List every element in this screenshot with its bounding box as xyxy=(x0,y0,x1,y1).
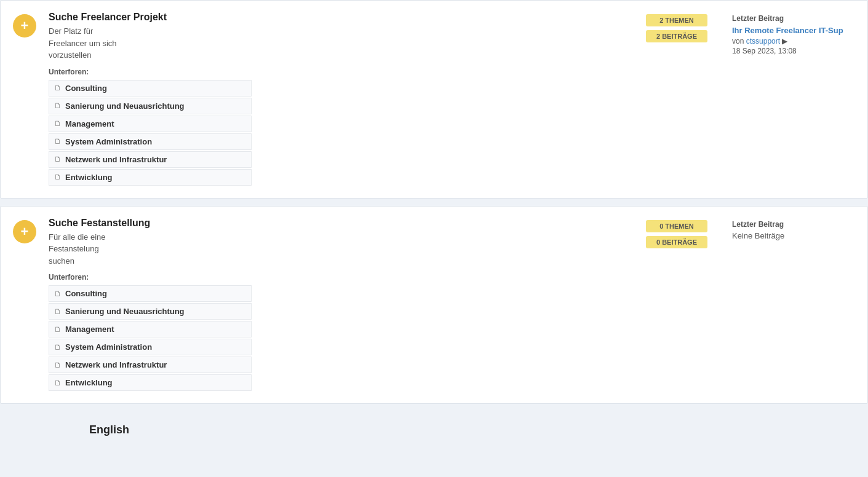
stats-area-freelancer: 2 THEMEN 2 BEITRÄGE xyxy=(646,12,707,42)
subforum-link-sysadmin-1[interactable]: System Administration xyxy=(65,137,152,146)
last-post-date-freelancer: 18 Sep 2023, 13:08 xyxy=(732,47,855,55)
page-icon: 🗋 xyxy=(54,307,62,316)
subforum-link-sysadmin-2[interactable]: System Administration xyxy=(65,342,152,352)
subforum-item[interactable]: 🗋 Sanierung und Neuausrichtung xyxy=(49,303,252,320)
forum-row-festanstellung: + Suche Festanstellung Für alle die eine… xyxy=(1,207,867,404)
subforum-link-sanierung-1[interactable]: Sanierung und Neuausrichtung xyxy=(65,101,185,111)
last-post-author-link-freelancer[interactable]: ctssupport xyxy=(746,37,780,45)
subforum-link-management-1[interactable]: Management xyxy=(65,119,114,128)
subforum-link-consulting-1[interactable]: Consulting xyxy=(65,84,107,93)
subforum-link-netzwerk-2[interactable]: Netzwerk und Infrastruktur xyxy=(65,360,167,369)
subforum-list-freelancer: 🗋 Consulting 🗋 Sanierung und Neuausricht… xyxy=(49,80,252,187)
subforum-label-freelancer: Unterforen: xyxy=(49,68,621,76)
forum-row: + Suche Freelancer Projekt Der Platz für… xyxy=(1,1,867,198)
forum-section-freelancer: + Suche Freelancer Projekt Der Platz für… xyxy=(0,0,868,199)
forum-description-freelancer: Der Platz für Freelancer um sich vorzust… xyxy=(49,25,621,61)
page-icon: 🗋 xyxy=(54,325,62,334)
english-heading: English xyxy=(0,411,868,443)
subforum-item[interactable]: 🗋 Sanierung und Neuausrichtung xyxy=(49,98,252,114)
subforum-item[interactable]: 🗋 Entwicklung xyxy=(49,169,252,186)
page-icon: 🗋 xyxy=(54,155,62,164)
plus-icon: + xyxy=(21,225,29,238)
subforum-label-festanstellung: Unterforen: xyxy=(49,273,621,282)
subforum-link-entwicklung-2[interactable]: Entwicklung xyxy=(65,378,113,387)
by-label: von xyxy=(732,37,744,45)
no-posts-festanstellung: Keine Beiträge xyxy=(732,231,855,240)
forum-description-festanstellung: Für alle die eine Festanstelung suchen xyxy=(49,231,621,267)
page-wrapper: + Suche Freelancer Projekt Der Platz für… xyxy=(0,0,868,455)
last-post-area-festanstellung: Letzter Beitrag Keine Beiträge xyxy=(732,218,855,240)
beitraege-badge-festanstellung: 0 BEITRÄGE xyxy=(646,236,707,248)
forum-info-festanstellung: Suche Festanstellung Für alle die eine F… xyxy=(49,218,621,393)
forum-section-festanstellung: + Suche Festanstellung Für alle die eine… xyxy=(0,206,868,404)
page-icon: 🗋 xyxy=(54,290,62,298)
subforum-link-consulting-2[interactable]: Consulting xyxy=(65,289,107,298)
forum-info-freelancer: Suche Freelancer Projekt Der Platz für F… xyxy=(49,12,621,187)
plus-icon: + xyxy=(21,19,29,33)
subforum-item[interactable]: 🗋 Netzwerk und Infrastruktur xyxy=(49,357,252,373)
page-icon: 🗋 xyxy=(54,361,62,369)
themes-badge-freelancer: 2 THEMEN xyxy=(646,14,707,26)
subforum-item[interactable]: 🗋 Netzwerk und Infrastruktur xyxy=(49,151,252,168)
subforum-list-festanstellung: 🗋 Consulting 🗋 Sanierung und Neuausricht… xyxy=(49,285,252,392)
subforum-item[interactable]: 🗋 Management xyxy=(49,321,252,337)
stats-area-festanstellung: 0 THEMEN 0 BEITRÄGE xyxy=(646,218,707,248)
subforum-item[interactable]: 🗋 Entwicklung xyxy=(49,374,252,391)
subforum-link-netzwerk-1[interactable]: Netzwerk und Infrastruktur xyxy=(65,155,167,164)
expand-button-freelancer[interactable]: + xyxy=(13,14,36,37)
beitraege-badge-freelancer: 2 BEITRÄGE xyxy=(646,30,707,42)
page-icon: 🗋 xyxy=(54,119,62,128)
last-post-link-freelancer[interactable]: Ihr Remote Freelancer IT-Sup xyxy=(732,26,843,35)
subforum-item[interactable]: 🗋 System Administration xyxy=(49,133,252,150)
subforum-link-entwicklung-1[interactable]: Entwicklung xyxy=(65,173,113,182)
author-icon: ▶ xyxy=(782,37,787,45)
expand-button-festanstellung[interactable]: + xyxy=(13,220,36,243)
page-icon: 🗋 xyxy=(54,84,62,92)
page-icon: 🗋 xyxy=(54,101,62,110)
subforum-link-sanierung-2[interactable]: Sanierung und Neuausrichtung xyxy=(65,307,185,316)
themes-badge-festanstellung: 0 THEMEN xyxy=(646,220,707,232)
page-icon: 🗋 xyxy=(54,379,62,387)
page-icon: 🗋 xyxy=(54,173,62,181)
subforum-item[interactable]: 🗋 Consulting xyxy=(49,285,252,302)
forum-title-festanstellung: Suche Festanstellung xyxy=(49,218,621,229)
page-icon: 🗋 xyxy=(54,137,62,146)
last-post-by-freelancer: von ctssupport ▶ xyxy=(732,37,855,45)
subforum-item[interactable]: 🗋 Consulting xyxy=(49,80,252,97)
last-post-label-festanstellung: Letzter Beitrag xyxy=(732,220,855,229)
forum-title-freelancer: Suche Freelancer Projekt xyxy=(49,12,621,23)
page-icon: 🗋 xyxy=(54,343,62,352)
last-post-area-freelancer: Letzter Beitrag Ihr Remote Freelancer IT… xyxy=(732,12,855,55)
subforum-link-management-2[interactable]: Management xyxy=(65,325,114,334)
subforum-item[interactable]: 🗋 Management xyxy=(49,116,252,132)
last-post-label-freelancer: Letzter Beitrag xyxy=(732,14,855,23)
subforum-item[interactable]: 🗋 System Administration xyxy=(49,339,252,355)
